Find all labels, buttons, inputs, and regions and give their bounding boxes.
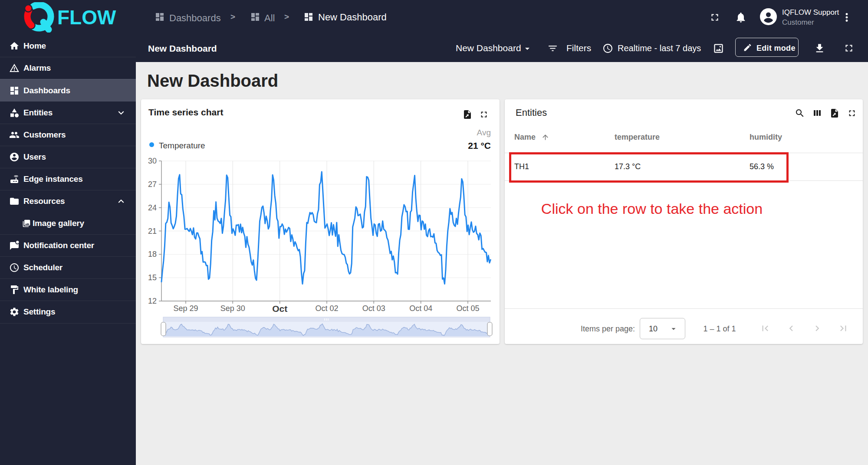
svg-text:Oct 02: Oct 02 — [315, 304, 338, 313]
svg-text:Sep 29: Sep 29 — [173, 304, 198, 313]
svg-text:Oct: Oct — [272, 304, 287, 314]
svg-text:Oct 03: Oct 03 — [362, 304, 385, 313]
svg-text:30: 30 — [148, 157, 157, 165]
svg-text:24: 24 — [148, 203, 157, 212]
svg-text:18: 18 — [148, 250, 157, 259]
svg-text:27: 27 — [148, 180, 157, 189]
svg-text:Oct 05: Oct 05 — [456, 304, 479, 313]
svg-text:Oct 04: Oct 04 — [409, 304, 432, 313]
svg-text:21: 21 — [148, 227, 157, 236]
svg-text:12: 12 — [148, 297, 157, 305]
svg-text:15: 15 — [148, 273, 157, 282]
svg-text:FLOW: FLOW — [57, 6, 116, 29]
svg-text:Sep 30: Sep 30 — [220, 304, 245, 313]
